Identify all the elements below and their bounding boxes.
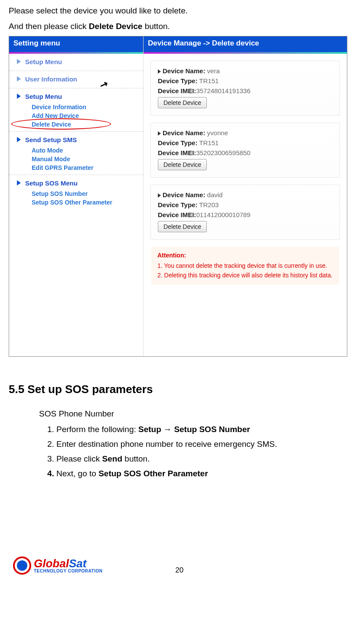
- step-3-bold: Send: [102, 454, 122, 463]
- delete-device-button[interactable]: Delete Device: [158, 159, 207, 170]
- step-1-arrow: →: [161, 425, 174, 434]
- attention-line-2: 2. Deleting this tracking device will al…: [157, 272, 333, 279]
- step-1-pre: Perform the following:: [56, 425, 138, 434]
- sidebar-label: User Information: [25, 75, 77, 83]
- intro-2-bold: Delete Device: [89, 22, 143, 31]
- intro-2-pre: And then please click: [9, 22, 89, 31]
- attention-title: Attention:: [157, 252, 333, 259]
- logo: GlobalSat TECHNOLOGY CORPORATION: [13, 556, 102, 575]
- value-device-type: TR151: [199, 77, 219, 85]
- device-block: Device Name: yvonne Device Type: TR151 D…: [150, 123, 340, 178]
- value-device-name: yvonne: [207, 129, 228, 137]
- sidebar-item-setup-menu-top[interactable]: Setup Menu: [9, 55, 143, 68]
- section-heading: 5.5 Set up SOS parameters: [9, 383, 347, 396]
- delete-device-button[interactable]: Delete Device: [158, 221, 207, 232]
- step-1-b1: Setup: [138, 425, 161, 434]
- attention-line-1: 1. You cannot delete the tracking device…: [157, 262, 333, 269]
- sidebar-label: Setup Menu: [25, 58, 62, 65]
- step-3-pre: Please click: [56, 454, 102, 463]
- logo-text-sub: TECHNOLOGY CORPORATION: [34, 569, 102, 573]
- value-device-imei: 352023006595850: [196, 149, 250, 156]
- logo-sat: Sat: [69, 557, 86, 570]
- label-device-name: Device Name:: [163, 67, 205, 75]
- sidebar-sub-label: Delete Device: [32, 121, 71, 128]
- label-device-imei: Device IMEI:: [158, 87, 196, 94]
- main-panel: Device Manage -> Delete device Device Na…: [144, 36, 347, 356]
- logo-text-main: GlobalSat: [34, 558, 102, 569]
- sidebar-label: Setup Menu: [25, 93, 62, 100]
- value-device-name: vera: [207, 67, 220, 75]
- attention-box: Attention: 1. You cannot delete the trac…: [151, 247, 339, 285]
- sidebar-item-setup-sos-menu[interactable]: Setup SOS Menu: [9, 177, 143, 189]
- step-2: Enter destination phone number to receiv…: [56, 439, 347, 449]
- value-device-type: TR203: [199, 201, 219, 208]
- step-4-bold: Setup SOS Other Parameter: [98, 469, 208, 478]
- logo-global: Global: [34, 557, 69, 570]
- sidebar-sub-edit-gprs[interactable]: Edit GPRS Parameter: [9, 163, 143, 172]
- step-4: Next, go to Setup SOS Other Parameter: [56, 469, 347, 478]
- value-device-type: TR151: [199, 139, 219, 146]
- logo-mark-icon: [13, 556, 31, 575]
- triangle-icon: [17, 76, 21, 81]
- sidebar-sub-add-new-device[interactable]: Add New Device: [9, 111, 143, 120]
- sidebar-sub-auto-mode[interactable]: Auto Mode: [9, 146, 143, 155]
- label-device-imei: Device IMEI:: [158, 149, 196, 156]
- label-device-type: Device Type:: [158, 201, 197, 208]
- sidebar-item-setup-menu-group[interactable]: Setup Menu: [9, 90, 143, 103]
- sub-heading: SOS Phone Number: [39, 409, 347, 419]
- label-device-name: Device Name:: [163, 129, 205, 137]
- delete-device-button[interactable]: Delete Device: [158, 97, 207, 108]
- triangle-icon: [158, 69, 161, 74]
- triangle-icon: [158, 131, 161, 136]
- step-3: Please click Send button.: [56, 454, 347, 464]
- intro-line-2: And then please click Delete Device butt…: [9, 20, 347, 33]
- intro-line-1: Please select the device you would like …: [9, 4, 347, 17]
- triangle-icon: [158, 193, 161, 198]
- label-device-type: Device Type:: [158, 77, 197, 85]
- sidebar-header: Setting menu: [9, 36, 143, 54]
- sidebar-sub-setup-sos-number[interactable]: Setup SOS Number: [9, 189, 143, 198]
- label-device-imei: Device IMEI:: [158, 211, 196, 218]
- triangle-icon: [17, 137, 21, 142]
- footer: GlobalSat TECHNOLOGY CORPORATION 20: [9, 556, 347, 579]
- device-block: Device Name: vera Device Type: TR151 Dev…: [150, 61, 340, 116]
- triangle-icon: [17, 59, 21, 64]
- sidebar: Setting menu Setup Menu User Information…: [9, 36, 144, 356]
- step-1-b2: Setup SOS Number: [174, 425, 250, 434]
- sidebar-sub-delete-device[interactable]: Delete Device: [9, 120, 143, 129]
- step-1: Perform the following: Setup → Setup SOS…: [56, 425, 347, 434]
- intro-2-post: button.: [142, 22, 170, 31]
- device-block: Device Name: david Device Type: TR203 De…: [150, 185, 340, 240]
- main-header: Device Manage -> Delete device: [144, 36, 347, 54]
- value-device-imei: 357248014191336: [196, 87, 250, 94]
- sidebar-sub-manual-mode[interactable]: Manual Mode: [9, 155, 143, 163]
- sidebar-label: Send Setup SMS: [25, 136, 77, 143]
- sidebar-item-user-information[interactable]: User Information: [9, 73, 143, 85]
- sidebar-sub-label: Device Information: [32, 104, 86, 111]
- screenshot-frame: Setting menu Setup Menu User Information…: [9, 36, 347, 357]
- step-4-pre: Next, go to: [56, 469, 98, 478]
- sidebar-label: Setup SOS Menu: [25, 179, 78, 187]
- page-number: 20: [175, 566, 183, 575]
- triangle-icon: [17, 94, 21, 99]
- label-device-type: Device Type:: [158, 139, 197, 146]
- value-device-imei: 011412000010789: [196, 211, 250, 218]
- step-3-post: button.: [122, 454, 150, 463]
- instruction-list: Perform the following: Setup → Setup SOS…: [56, 425, 347, 478]
- sidebar-sub-device-information[interactable]: Device Information ↖: [9, 103, 143, 111]
- label-device-name: Device Name:: [163, 191, 205, 198]
- value-device-name: david: [207, 191, 223, 198]
- triangle-icon: [17, 180, 21, 185]
- sidebar-item-send-setup-sms[interactable]: Send Setup SMS: [9, 133, 143, 146]
- sidebar-sub-setup-sos-other[interactable]: Setup SOS Other Parameter: [9, 198, 143, 207]
